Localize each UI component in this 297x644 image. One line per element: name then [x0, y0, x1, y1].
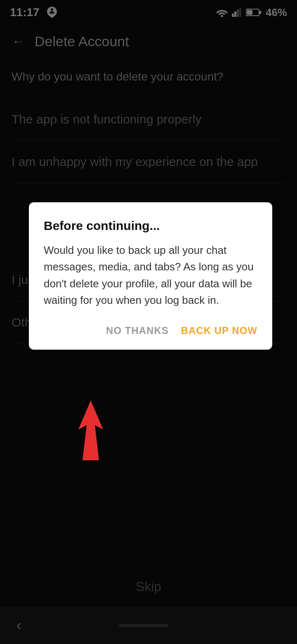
modal-body: Would you like to back up all your chat … [44, 242, 257, 308]
svg-marker-8 [78, 400, 103, 460]
modal-actions: NO THANKS BACK UP NOW [44, 325, 257, 336]
arrow-annotation [58, 396, 132, 462]
modal-title: Before continuing... [44, 219, 257, 233]
modal-dialog: Before continuing... Would you like to b… [29, 202, 272, 350]
back-up-now-button[interactable]: BACK UP NOW [181, 325, 257, 336]
no-thanks-button[interactable]: NO THANKS [106, 325, 169, 336]
